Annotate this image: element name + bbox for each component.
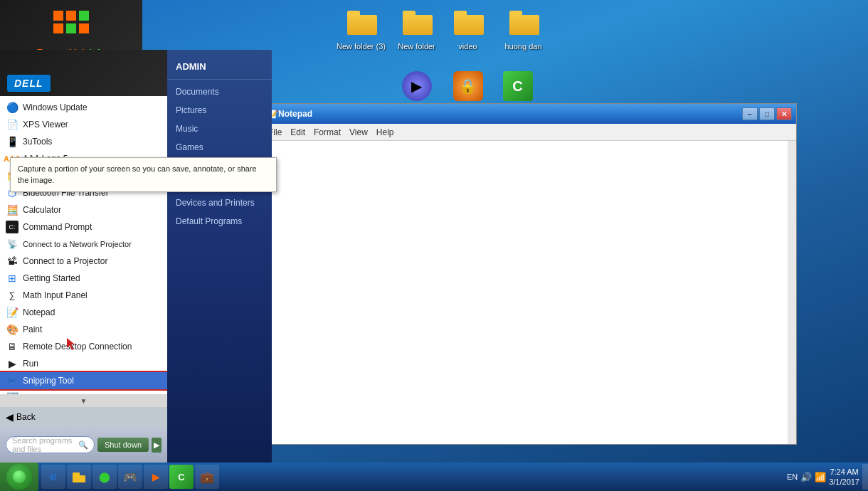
folder-icon <box>347 11 376 39</box>
back-button[interactable]: ◀ Back <box>0 407 167 427</box>
volume-icon[interactable]: 🔊 <box>800 472 812 482</box>
show-desktop-button[interactable] <box>862 464 868 490</box>
right-item-pictures[interactable]: Pictures <box>167 101 272 120</box>
menu-view[interactable]: View <box>349 127 368 137</box>
program-xps-viewer[interactable]: 📄 XPS Viewer <box>0 116 167 133</box>
start-menu: DELL 🔵 Windows Update 📄 XPS Viewer 📱 3uT… <box>0 50 272 463</box>
program-label: XPS Viewer <box>23 120 68 130</box>
program-notepad[interactable]: 📝 Notepad <box>0 304 167 321</box>
desktop-icon-new-folder[interactable]: New folder <box>390 11 443 51</box>
explorer-icon <box>72 470 86 484</box>
taskbar-app3-button[interactable]: ⬤ <box>92 465 117 489</box>
3utools-icon: 📱 <box>6 135 18 148</box>
program-paint[interactable]: 🎨 Paint <box>0 321 167 338</box>
program-label: Command Prompt <box>23 222 92 232</box>
program-sync-center[interactable]: 🔄 Sync Center <box>0 389 167 394</box>
svg-rect-8 <box>73 475 85 482</box>
start-menu-right-panel: ADMIN Documents Pictures Music Games Com… <box>167 50 272 463</box>
program-label: Math Input Panel <box>23 290 88 300</box>
search-box[interactable]: Search programs and files 🔍 <box>6 436 95 453</box>
calculator-icon: 🧮 <box>6 204 18 216</box>
taskbar-app6-button[interactable]: 💼 <box>195 465 219 489</box>
taskbar-app4-button[interactable]: 🎮 <box>118 465 142 489</box>
svg-rect-1 <box>66 11 76 21</box>
security-icon: 🔒 <box>453 71 483 101</box>
taskbar-ie-button[interactable]: e <box>41 465 65 489</box>
windows-icon: ⊞ <box>6 272 18 285</box>
start-menu-left-panel: DELL 🔵 Windows Update 📄 XPS Viewer 📱 3uT… <box>0 50 167 463</box>
program-connect-network[interactable]: 📡 Connect to a Network Projector <box>0 236 167 253</box>
program-label: 3uTools <box>23 137 52 147</box>
desktop: Truongthinh.Info New folder (3) New fold… <box>0 0 868 491</box>
desktop-icon-security[interactable]: 🔒 <box>441 71 494 101</box>
svg-rect-3 <box>79 11 89 21</box>
program-list[interactable]: 🔵 Windows Update 📄 XPS Viewer 📱 3uTools … <box>0 96 167 394</box>
program-label: Run <box>23 359 38 369</box>
menu-help[interactable]: Help <box>376 127 394 137</box>
program-connect-projector[interactable]: 📽 Connect to a Projector <box>0 253 167 270</box>
start-orb <box>6 464 32 490</box>
desktop-icon-video[interactable]: video <box>441 11 494 51</box>
projector-icon: 📽 <box>6 255 18 268</box>
shutdown-arrow[interactable]: ▶ <box>152 438 162 453</box>
folder-icon <box>454 11 482 39</box>
program-run[interactable]: ▶ Run <box>0 355 167 372</box>
icon-label: New folder (3) <box>337 42 386 51</box>
taskbar-clock[interactable]: 7:24 AM 3/1/2017 <box>829 467 859 487</box>
taskbar-explorer-button[interactable] <box>67 465 91 489</box>
close-button[interactable]: ✕ <box>776 107 792 120</box>
folder-icon <box>403 11 431 39</box>
menu-edit[interactable]: Edit <box>290 127 305 137</box>
folder-icon <box>509 11 538 39</box>
svg-marker-6 <box>67 338 75 350</box>
remote-icon: 🖥 <box>6 340 18 353</box>
editor-area[interactable] <box>264 141 796 444</box>
program-windows-update[interactable]: 🔵 Windows Update <box>0 99 167 116</box>
taskbar-media-button[interactable]: ▶ <box>144 465 168 489</box>
minimize-button[interactable]: − <box>742 107 758 120</box>
search-placeholder: Search programs and files <box>12 436 78 453</box>
icon-label: huong dan <box>505 42 542 51</box>
window-menubar: File Edit Format View Help <box>264 124 796 141</box>
shutdown-button[interactable]: Shut down <box>97 438 149 452</box>
taskbar-appc-button[interactable]: C <box>169 465 194 489</box>
start-menu-bottom: Search programs and files 🔍 Shut down ▶ <box>0 427 167 463</box>
program-getting-started[interactable]: ⊞ Getting Started <box>0 270 167 287</box>
back-label: Back <box>16 412 36 422</box>
program-remote-desktop[interactable]: 🖥 Remote Desktop Connection <box>0 338 167 355</box>
menu-format[interactable]: Format <box>314 127 341 137</box>
right-item-games[interactable]: Games <box>167 138 272 157</box>
desktop-icon-huong-dan[interactable]: huong dan <box>497 11 550 51</box>
program-command-prompt[interactable]: C: Command Prompt <box>0 218 167 236</box>
program-snipping-tool[interactable]: ✂ Snipping Tool <box>0 372 167 389</box>
media-icon: ▶ <box>402 71 432 101</box>
desktop-icon-media[interactable]: ▶ <box>390 71 443 101</box>
scrollbar[interactable] <box>788 141 796 444</box>
program-label: Calculator <box>23 205 61 215</box>
network-icon[interactable]: 📶 <box>815 472 826 482</box>
right-item-devices-printers[interactable]: Devices and Printers <box>167 194 272 212</box>
cursor-indicator <box>64 338 77 351</box>
program-label: Remote Desktop Connection <box>23 342 132 352</box>
desktop-icon-app[interactable]: C <box>491 71 544 101</box>
start-menu-brand: DELL <box>0 50 167 96</box>
svg-rect-4 <box>66 23 76 33</box>
start-button[interactable] <box>0 463 38 491</box>
system-tray: EN 🔊 📶 7:24 AM 3/1/2017 <box>787 464 868 490</box>
back-icon: ◀ <box>6 411 14 423</box>
program-calculator[interactable]: 🧮 Calculator <box>0 201 167 218</box>
right-item-music[interactable]: Music <box>167 120 272 138</box>
scroll-down-indicator[interactable]: ▼ <box>0 394 167 407</box>
snipping-tool-tooltip: Capture a portion of your screen so you … <box>10 157 277 192</box>
language-indicator: EN <box>787 472 798 481</box>
program-label: Notepad <box>23 307 55 317</box>
program-3utools[interactable]: 📱 3uTools <box>0 133 167 150</box>
right-item-default-programs[interactable]: Default Programs <box>167 212 272 231</box>
maximize-button[interactable]: □ <box>759 107 775 120</box>
taskbar: e ⬤ 🎮 ▶ C 💼 EN 🔊 📶 7: <box>0 463 868 491</box>
xps-icon: 📄 <box>6 118 18 131</box>
program-math-input[interactable]: ∑ Math Input Panel <box>0 287 167 304</box>
right-item-documents[interactable]: Documents <box>167 83 272 101</box>
admin-label: ADMIN <box>167 57 272 80</box>
desktop-icon-new-folder-3[interactable]: New folder (3) <box>334 11 388 51</box>
